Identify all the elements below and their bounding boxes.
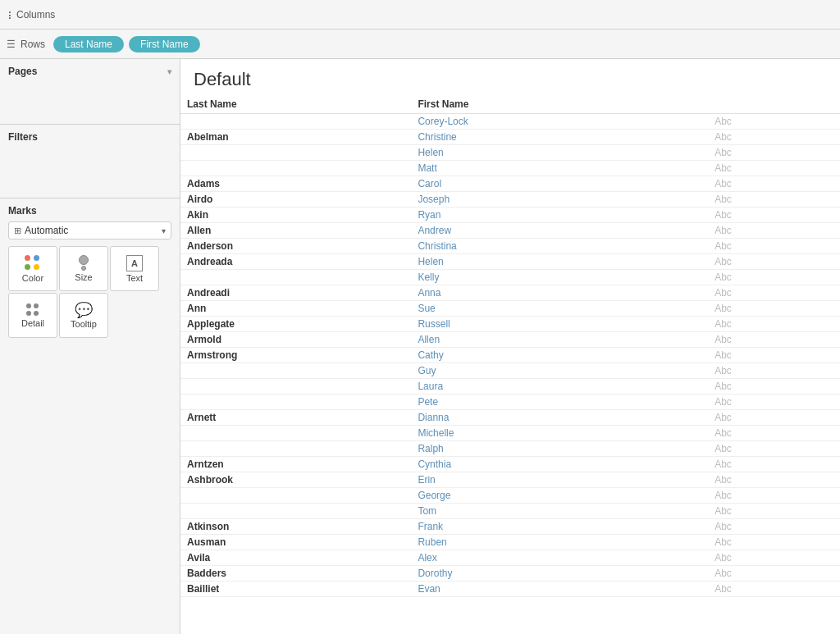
cell-abc: Abc: [708, 348, 840, 363]
table-row: LauraAbc: [180, 379, 840, 395]
table-row: AndreadaHelenAbc: [180, 254, 840, 270]
cell-first-name: Russell: [411, 317, 708, 332]
marks-color-button[interactable]: Color: [8, 246, 57, 291]
table-row: TomAbc: [180, 504, 840, 519]
cell-last-name: [180, 161, 411, 176]
cell-last-name: Armstrong: [180, 348, 411, 363]
table-row: GeorgeAbc: [180, 488, 840, 504]
marks-size-button[interactable]: Size: [59, 246, 108, 291]
data-table-container: Last Name First Name Corey-LockAbcAbelma…: [180, 95, 840, 634]
filters-section: Filters: [0, 125, 180, 198]
table-row: AirdoJosephAbc: [180, 192, 840, 208]
cell-last-name: Andreada: [180, 254, 411, 270]
cell-last-name: Ashbrook: [180, 472, 411, 488]
cell-last-name: Airdo: [180, 192, 411, 208]
cell-abc: Abc: [708, 472, 840, 488]
cell-first-name: Helen: [411, 145, 708, 161]
table-row: ArmstrongCathyAbc: [180, 348, 840, 363]
table-body: Corey-LockAbcAbelmanChristineAbcHelenAbc…: [180, 114, 840, 597]
cell-first-name: Dianna: [411, 410, 708, 426]
table-row: AndersonChristinaAbc: [180, 239, 840, 254]
cell-first-name: Ruben: [411, 535, 708, 550]
table-row: RalphAbc: [180, 441, 840, 457]
table-row: AvilaAlexAbc: [180, 550, 840, 566]
table-row: AshbrookErinAbc: [180, 472, 840, 488]
table-row: AusmanRubenAbc: [180, 535, 840, 550]
pill-first-name[interactable]: First Name: [129, 36, 200, 52]
cell-abc: Abc: [708, 395, 840, 410]
columns-icon: ⫶: [7, 8, 13, 21]
text-icon: A: [126, 255, 143, 271]
marks-detail-button[interactable]: Detail: [8, 293, 57, 338]
cell-first-name: Helen: [411, 254, 708, 270]
rows-toolbar: ☰ Rows Last Name First Name: [0, 30, 840, 59]
text-label: Text: [126, 273, 143, 283]
cell-first-name: Sue: [411, 301, 708, 317]
cell-last-name: [180, 504, 411, 519]
cell-first-name: Kelly: [411, 270, 708, 285]
cell-abc: Abc: [708, 441, 840, 457]
cell-first-name: Erin: [411, 472, 708, 488]
cell-last-name: [180, 114, 411, 130]
detail-icon: [26, 303, 39, 317]
pill-last-name[interactable]: Last Name: [53, 36, 124, 52]
cell-last-name: Ausman: [180, 535, 411, 550]
table-row: PeteAbc: [180, 395, 840, 410]
rows-label: Rows: [21, 39, 45, 50]
marks-title: Marks: [8, 205, 171, 217]
cell-abc: Abc: [708, 223, 840, 239]
cell-first-name: Alex: [411, 550, 708, 566]
table-row: GuyAbc: [180, 363, 840, 379]
cell-abc: Abc: [708, 208, 840, 223]
cell-abc: Abc: [708, 426, 840, 441]
marks-tooltip-button[interactable]: 💬 Tooltip: [59, 293, 108, 338]
detail-label: Detail: [21, 318, 44, 328]
detail-d2: [34, 303, 39, 308]
tooltip-icon: 💬: [75, 303, 93, 317]
columns-label: Columns: [16, 9, 55, 21]
cell-last-name: [180, 363, 411, 379]
table-row: ApplegateRussellAbc: [180, 317, 840, 332]
columns-section: ⫶ Columns: [7, 8, 55, 21]
pages-chevron: ▾: [167, 67, 171, 76]
dot4: [34, 264, 39, 270]
data-table: Last Name First Name: [180, 95, 840, 114]
cell-last-name: [180, 395, 411, 410]
cell-last-name: Applegate: [180, 317, 411, 332]
size-label: Size: [75, 272, 92, 282]
table-row: MichelleAbc: [180, 426, 840, 441]
filters-title: Filters: [8, 131, 171, 143]
dot1: [25, 255, 30, 261]
cell-last-name: Badders: [180, 566, 411, 582]
marks-text-button[interactable]: A Text: [110, 246, 159, 291]
color-dots-icon: [25, 255, 41, 271]
table-row: HelenAbc: [180, 145, 840, 161]
table-row: Corey-LockAbc: [180, 114, 840, 130]
table-row: KellyAbc: [180, 270, 840, 285]
cell-last-name: [180, 145, 411, 161]
cell-abc: Abc: [708, 535, 840, 550]
cell-abc: Abc: [708, 566, 840, 582]
cell-abc: Abc: [708, 145, 840, 161]
cell-first-name: Guy: [411, 363, 708, 379]
cell-abc: Abc: [708, 317, 840, 332]
cell-last-name: Avila: [180, 550, 411, 566]
marks-type-dropdown[interactable]: ⊞ Automatic ▾: [8, 221, 171, 239]
col-header-empty: [708, 95, 840, 114]
cell-first-name: Anna: [411, 285, 708, 301]
cell-last-name: Ann: [180, 301, 411, 317]
cell-first-name: Ralph: [411, 441, 708, 457]
table-scroll[interactable]: Corey-LockAbcAbelmanChristineAbcHelenAbc…: [180, 114, 840, 634]
table-row: BaillietEvanAbc: [180, 582, 840, 597]
table-row: AndreadiAnnaAbc: [180, 285, 840, 301]
cell-abc: Abc: [708, 550, 840, 566]
cell-abc: Abc: [708, 457, 840, 472]
cell-last-name: Abelman: [180, 130, 411, 145]
cell-last-name: [180, 488, 411, 504]
table-row: ArmoldAllenAbc: [180, 332, 840, 348]
cell-abc: Abc: [708, 130, 840, 145]
cell-last-name: [180, 426, 411, 441]
cell-abc: Abc: [708, 161, 840, 176]
pages-section: Pages ▾: [0, 59, 180, 125]
marks-type-icon: ⊞: [14, 226, 21, 236]
